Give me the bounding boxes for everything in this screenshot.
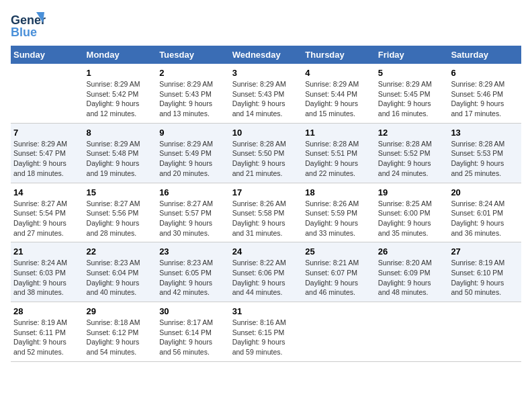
column-header-friday: Friday: [375, 46, 449, 64]
day-info: Sunrise: 8:27 AM Sunset: 5:57 PM Dayligh…: [159, 199, 227, 238]
calendar-cell: 14Sunrise: 8:27 AM Sunset: 5:54 PM Dayli…: [11, 183, 84, 242]
day-number: 16: [159, 187, 227, 197]
day-number: 29: [87, 306, 154, 316]
day-number: 1: [87, 68, 154, 78]
day-info: Sunrise: 8:26 AM Sunset: 5:58 PM Dayligh…: [232, 199, 300, 238]
day-info: Sunrise: 8:29 AM Sunset: 5:46 PM Dayligh…: [451, 79, 519, 119]
day-number: 31: [232, 306, 300, 316]
column-header-saturday: Saturday: [448, 46, 521, 64]
calendar-cell: 5Sunrise: 8:29 AM Sunset: 5:45 PM Daylig…: [375, 64, 449, 123]
calendar-table: SundayMondayTuesdayWednesdayThursdayFrid…: [11, 46, 521, 362]
day-info: Sunrise: 8:28 AM Sunset: 5:50 PM Dayligh…: [232, 139, 300, 179]
day-info: Sunrise: 8:24 AM Sunset: 6:01 PM Dayligh…: [451, 199, 519, 238]
day-number: 19: [378, 187, 446, 197]
calendar-cell: 9Sunrise: 8:29 AM Sunset: 5:49 PM Daylig…: [157, 123, 230, 183]
calendar-cell: 30Sunrise: 8:17 AM Sunset: 6:14 PM Dayli…: [157, 302, 230, 362]
column-header-wednesday: Wednesday: [230, 46, 303, 64]
day-info: Sunrise: 8:21 AM Sunset: 6:07 PM Dayligh…: [305, 258, 373, 298]
calendar-header-row: SundayMondayTuesdayWednesdayThursdayFrid…: [11, 46, 521, 64]
calendar-cell: [11, 64, 84, 123]
calendar-cell: 28Sunrise: 8:19 AM Sunset: 6:11 PM Dayli…: [11, 302, 84, 362]
day-number: 27: [451, 246, 519, 257]
day-info: Sunrise: 8:26 AM Sunset: 5:59 PM Dayligh…: [305, 199, 373, 238]
calendar-cell: 27Sunrise: 8:19 AM Sunset: 6:10 PM Dayli…: [448, 242, 521, 302]
column-header-tuesday: Tuesday: [157, 46, 230, 64]
day-info: Sunrise: 8:17 AM Sunset: 6:14 PM Dayligh…: [159, 318, 227, 357]
calendar-cell: 3Sunrise: 8:29 AM Sunset: 5:43 PM Daylig…: [230, 64, 303, 123]
calendar-cell: 2Sunrise: 8:29 AM Sunset: 5:43 PM Daylig…: [157, 64, 230, 123]
calendar-week-row: 7Sunrise: 8:29 AM Sunset: 5:47 PM Daylig…: [11, 123, 521, 183]
day-number: 15: [87, 187, 154, 197]
calendar-cell: 23Sunrise: 8:23 AM Sunset: 6:05 PM Dayli…: [157, 242, 230, 302]
calendar-cell: [302, 302, 375, 362]
day-number: 9: [159, 128, 227, 138]
calendar-cell: 10Sunrise: 8:28 AM Sunset: 5:50 PM Dayli…: [230, 123, 303, 183]
day-info: Sunrise: 8:16 AM Sunset: 6:15 PM Dayligh…: [232, 318, 300, 357]
day-number: 6: [451, 68, 519, 78]
day-number: 11: [305, 128, 373, 138]
day-info: Sunrise: 8:29 AM Sunset: 5:45 PM Dayligh…: [378, 79, 446, 119]
calendar-cell: 17Sunrise: 8:26 AM Sunset: 5:58 PM Dayli…: [230, 183, 303, 242]
calendar-cell: 12Sunrise: 8:28 AM Sunset: 5:52 PM Dayli…: [375, 123, 449, 183]
calendar-cell: 31Sunrise: 8:16 AM Sunset: 6:15 PM Dayli…: [230, 302, 303, 362]
day-info: Sunrise: 8:28 AM Sunset: 5:53 PM Dayligh…: [451, 139, 519, 179]
day-info: Sunrise: 8:23 AM Sunset: 6:04 PM Dayligh…: [87, 258, 154, 298]
day-number: 26: [378, 246, 446, 257]
day-info: Sunrise: 8:29 AM Sunset: 5:44 PM Dayligh…: [305, 79, 373, 119]
calendar-week-row: 1Sunrise: 8:29 AM Sunset: 5:42 PM Daylig…: [11, 64, 521, 123]
day-info: Sunrise: 8:24 AM Sunset: 6:03 PM Dayligh…: [13, 258, 81, 298]
day-info: Sunrise: 8:22 AM Sunset: 6:06 PM Dayligh…: [232, 258, 300, 298]
day-info: Sunrise: 8:29 AM Sunset: 5:48 PM Dayligh…: [87, 139, 154, 179]
calendar-cell: 16Sunrise: 8:27 AM Sunset: 5:57 PM Dayli…: [157, 183, 230, 242]
day-number: 4: [305, 68, 373, 78]
day-number: 18: [305, 187, 373, 197]
calendar-week-row: 28Sunrise: 8:19 AM Sunset: 6:11 PM Dayli…: [11, 302, 521, 362]
day-number: 30: [159, 306, 227, 316]
day-number: 12: [378, 128, 446, 138]
logo: General Blue: [11, 11, 46, 40]
day-info: Sunrise: 8:20 AM Sunset: 6:09 PM Dayligh…: [378, 258, 446, 298]
calendar-week-row: 21Sunrise: 8:24 AM Sunset: 6:03 PM Dayli…: [11, 242, 521, 302]
day-info: Sunrise: 8:27 AM Sunset: 5:54 PM Dayligh…: [13, 199, 81, 238]
calendar-cell: 1Sunrise: 8:29 AM Sunset: 5:42 PM Daylig…: [84, 64, 157, 123]
day-number: 10: [232, 128, 300, 138]
day-info: Sunrise: 8:19 AM Sunset: 6:10 PM Dayligh…: [451, 258, 519, 298]
day-number: 17: [232, 187, 300, 197]
day-info: Sunrise: 8:19 AM Sunset: 6:11 PM Dayligh…: [13, 318, 81, 357]
calendar-cell: 4Sunrise: 8:29 AM Sunset: 5:44 PM Daylig…: [302, 64, 375, 123]
day-info: Sunrise: 8:28 AM Sunset: 5:52 PM Dayligh…: [378, 139, 446, 179]
calendar-cell: 22Sunrise: 8:23 AM Sunset: 6:04 PM Dayli…: [84, 242, 157, 302]
day-number: 25: [305, 246, 373, 257]
day-number: 3: [232, 68, 300, 78]
svg-text:Blue: Blue: [11, 26, 37, 39]
logo-icon: General Blue: [11, 11, 46, 40]
day-number: 7: [13, 128, 81, 138]
calendar-cell: 19Sunrise: 8:25 AM Sunset: 6:00 PM Dayli…: [375, 183, 449, 242]
column-header-monday: Monday: [84, 46, 157, 64]
calendar-cell: 20Sunrise: 8:24 AM Sunset: 6:01 PM Dayli…: [448, 183, 521, 242]
day-info: Sunrise: 8:25 AM Sunset: 6:00 PM Dayligh…: [378, 199, 446, 238]
calendar-cell: 26Sunrise: 8:20 AM Sunset: 6:09 PM Dayli…: [375, 242, 449, 302]
page-header: General Blue: [11, 11, 521, 40]
day-number: 21: [13, 246, 81, 257]
calendar-week-row: 14Sunrise: 8:27 AM Sunset: 5:54 PM Dayli…: [11, 183, 521, 242]
calendar-cell: 21Sunrise: 8:24 AM Sunset: 6:03 PM Dayli…: [11, 242, 84, 302]
calendar-cell: [375, 302, 449, 362]
calendar-cell: 8Sunrise: 8:29 AM Sunset: 5:48 PM Daylig…: [84, 123, 157, 183]
day-info: Sunrise: 8:27 AM Sunset: 5:56 PM Dayligh…: [87, 199, 154, 238]
calendar-cell: 25Sunrise: 8:21 AM Sunset: 6:07 PM Dayli…: [302, 242, 375, 302]
day-info: Sunrise: 8:29 AM Sunset: 5:49 PM Dayligh…: [159, 139, 227, 179]
calendar-cell: 13Sunrise: 8:28 AM Sunset: 5:53 PM Dayli…: [448, 123, 521, 183]
day-info: Sunrise: 8:28 AM Sunset: 5:51 PM Dayligh…: [305, 139, 373, 179]
day-number: 22: [87, 246, 154, 257]
day-info: Sunrise: 8:29 AM Sunset: 5:43 PM Dayligh…: [232, 79, 300, 119]
column-header-thursday: Thursday: [302, 46, 375, 64]
day-number: 20: [451, 187, 519, 197]
day-number: 28: [13, 306, 81, 316]
day-number: 13: [451, 128, 519, 138]
column-header-sunday: Sunday: [11, 46, 84, 64]
calendar-cell: 29Sunrise: 8:18 AM Sunset: 6:12 PM Dayli…: [84, 302, 157, 362]
day-info: Sunrise: 8:18 AM Sunset: 6:12 PM Dayligh…: [87, 318, 154, 357]
day-info: Sunrise: 8:23 AM Sunset: 6:05 PM Dayligh…: [159, 258, 227, 298]
calendar-cell: 6Sunrise: 8:29 AM Sunset: 5:46 PM Daylig…: [448, 64, 521, 123]
